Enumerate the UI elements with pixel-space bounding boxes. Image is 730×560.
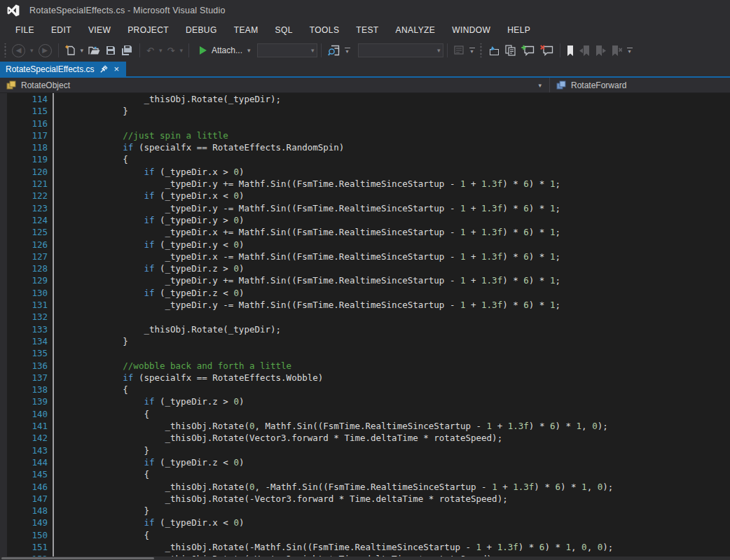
horizontal-scrollbar-thumb[interactable]: [1, 557, 154, 559]
code-line[interactable]: 147 _thisObj.Rotate(-Vector3.forward * T…: [0, 493, 730, 505]
toggle-bookmark-button[interactable]: [564, 42, 577, 59]
code-line[interactable]: 136 //wobble back and forth a little: [0, 360, 730, 372]
code-line[interactable]: 148 }: [0, 505, 730, 517]
code-line[interactable]: 121 _typeDir.y += Mathf.Sin((FsmTime.Rea…: [0, 178, 730, 190]
code-line[interactable]: 116: [0, 118, 730, 130]
line-number: 136: [0, 360, 48, 372]
code-line[interactable]: 129 _typeDir.y += Mathf.Sin((FsmTime.Rea…: [0, 274, 730, 286]
pin-icon[interactable]: [100, 65, 108, 73]
previous-bookmark-button[interactable]: [577, 42, 593, 59]
code-line[interactable]: 149 if (_typeDir.x < 0): [0, 517, 730, 528]
code-line[interactable]: 125 _typeDir.x += Mathf.Sin((FsmTime.Rea…: [0, 226, 730, 238]
code-line[interactable]: 151 _thisObj.Rotate(-Mathf.Sin((FsmTime.…: [0, 541, 730, 553]
menu-item-help[interactable]: HELP: [499, 22, 539, 38]
menu-item-test[interactable]: TEST: [347, 22, 387, 38]
code-line[interactable]: 127 _typeDir.x -= Mathf.Sin((FsmTime.Rea…: [0, 251, 730, 262]
code-line[interactable]: 114 _thisObj.Rotate(_typeDir);: [0, 93, 730, 105]
code-line[interactable]: 120 if (_typeDir.x > 0): [0, 166, 730, 178]
menu-item-sql[interactable]: SQL: [267, 22, 301, 38]
attach-dropdown-caret[interactable]: ▾: [245, 47, 253, 54]
code-line[interactable]: 123 _typeDir.y -= Mathf.Sin((FsmTime.Rea…: [0, 202, 730, 214]
code-line[interactable]: 132: [0, 311, 730, 323]
code-line[interactable]: 139 if (_typeDir.z > 0): [0, 396, 730, 407]
member-dropdown[interactable]: RotateForward: [550, 78, 730, 92]
menu-item-view[interactable]: VIEW: [80, 22, 119, 38]
code-line[interactable]: 142 _thisObj.Rotate(Vector3.forward * Ti…: [0, 432, 730, 444]
code-line[interactable]: 124 if (_typeDir.y > 0): [0, 214, 730, 226]
menu-item-tools[interactable]: TOOLS: [301, 22, 347, 38]
code-line[interactable]: 150 {: [0, 529, 730, 541]
line-number: 144: [0, 456, 48, 468]
horizontal-scrollbar[interactable]: [0, 556, 730, 560]
attach-button[interactable]: Attach...: [193, 42, 245, 59]
search-combobox[interactable]: ▾: [358, 43, 443, 57]
code-line[interactable]: 138 {: [0, 384, 730, 396]
undo-dropdown-caret[interactable]: ▾: [157, 47, 165, 54]
remove-comment-button[interactable]: [537, 42, 556, 59]
nav-forward-button[interactable]: ▶: [36, 42, 55, 59]
class-icon: [6, 80, 16, 90]
toolbar-grip-handle[interactable]: [4, 43, 7, 57]
line-number: 133: [0, 323, 48, 335]
add-comment-icon: [521, 45, 535, 56]
save-button[interactable]: [103, 42, 118, 59]
save-all-button[interactable]: [118, 42, 136, 59]
code-line[interactable]: 133 _thisObj.Rotate(_typeDir);: [0, 323, 730, 335]
line-number: 146: [0, 481, 48, 493]
menu-item-debug[interactable]: DEBUG: [177, 22, 226, 38]
code-line[interactable]: 119 {: [0, 153, 730, 165]
menu-item-team[interactable]: TEAM: [226, 22, 267, 38]
toolbar-overflow-button[interactable]: ▾: [343, 48, 352, 54]
code-line[interactable]: 145 {: [0, 468, 730, 480]
code-line[interactable]: 131 _typeDir.y -= Mathf.Sin((FsmTime.Rea…: [0, 299, 730, 311]
toolbar-separator: [58, 43, 59, 57]
menu-item-project[interactable]: PROJECT: [119, 22, 177, 38]
new-file-dropdown-caret[interactable]: ▾: [78, 47, 86, 54]
line-number: 118: [0, 141, 48, 153]
attach-label: Attach...: [212, 46, 242, 55]
code-line[interactable]: 141 _thisObj.Rotate(0, Mathf.Sin((FsmTim…: [0, 420, 730, 432]
code-line[interactable]: 146 _thisObj.Rotate(0, -Mathf.Sin((FsmTi…: [0, 481, 730, 493]
add-comment-button[interactable]: [518, 42, 537, 59]
disabled-tool-button[interactable]: [451, 42, 467, 59]
code-line[interactable]: 122 if (_typeDir.x < 0): [0, 190, 730, 202]
code-line[interactable]: 117 //just spin a little: [0, 130, 730, 141]
toolbar-grip-handle[interactable]: [479, 43, 483, 57]
menu-item-edit[interactable]: EDIT: [43, 22, 80, 38]
type-dropdown[interactable]: RotateObject ▾: [0, 78, 550, 92]
code-editor[interactable]: 114 _thisObj.Rotate(_typeDir);115 }11611…: [0, 93, 730, 560]
find-in-files-button[interactable]: [325, 42, 343, 59]
nav-back-button[interactable]: ◀: [9, 42, 28, 59]
code-line[interactable]: 135: [0, 347, 730, 359]
solution-configuration-combobox[interactable]: ▾: [257, 43, 317, 57]
navigate-to-source-button[interactable]: [485, 42, 502, 59]
toolbar-overflow-button[interactable]: ▾: [467, 48, 477, 54]
code-line[interactable]: 143 }: [0, 444, 730, 456]
code-line[interactable]: 144 if (_typeDir.z < 0): [0, 456, 730, 468]
menu-item-analyze[interactable]: ANALYZE: [387, 22, 444, 38]
close-icon[interactable]: ×: [113, 64, 121, 74]
menu-item-file[interactable]: FILE: [7, 22, 43, 38]
code-line[interactable]: 128 if (_typeDir.z > 0): [0, 262, 730, 274]
redo-button[interactable]: ↷: [165, 42, 178, 59]
visual-studio-window: RotateSpecialEffects.cs - Microsoft Visu…: [0, 0, 730, 560]
undo-button[interactable]: ↶: [144, 42, 157, 59]
code-line[interactable]: 137 if (specialfx == RotateEffects.Wobbl…: [0, 372, 730, 384]
new-file-button[interactable]: [62, 42, 78, 59]
redo-dropdown-caret[interactable]: ▾: [177, 47, 185, 54]
code-line[interactable]: 130 if (_typeDir.z < 0): [0, 287, 730, 299]
toolbar-overflow-button[interactable]: ▾: [625, 48, 635, 54]
tab-rotatespecialeffects[interactable]: RotateSpecialEffects.cs ×: [0, 62, 126, 76]
next-bookmark-button[interactable]: [593, 42, 609, 59]
code-line[interactable]: 134 }: [0, 335, 730, 347]
code-line[interactable]: 118 if (specialfx == RotateEffects.Rando…: [0, 141, 730, 153]
code-line[interactable]: 140 {: [0, 408, 730, 420]
open-file-button[interactable]: [85, 42, 103, 59]
code-line[interactable]: 115 }: [0, 105, 730, 117]
nav-back-dropdown-caret[interactable]: ▾: [28, 47, 36, 54]
copy-button[interactable]: [502, 42, 518, 59]
code-line[interactable]: 126 if (_typeDir.y < 0): [0, 239, 730, 251]
line-number: 127: [0, 251, 48, 262]
menu-item-window[interactable]: WINDOW: [443, 22, 499, 38]
clear-bookmarks-button[interactable]: [609, 42, 625, 59]
